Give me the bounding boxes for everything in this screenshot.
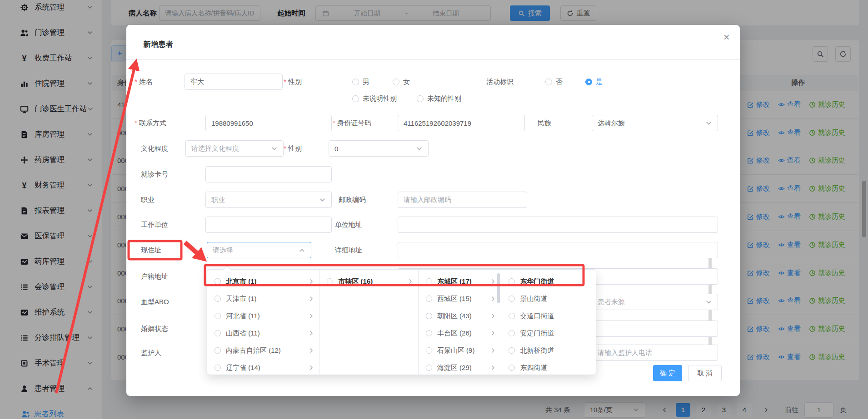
employer-address-input[interactable]: [398, 217, 718, 233]
cascader-province-option[interactable]: 北京市 (1): [207, 273, 319, 290]
option-label: 朝阳区 (43): [437, 312, 490, 320]
chevron-down-icon: [271, 145, 278, 152]
chevron-down-icon: [319, 197, 326, 203]
column-scrollbar[interactable]: [497, 273, 500, 303]
active-yes-radio[interactable]: 是: [585, 74, 603, 90]
education-select[interactable]: 请选择文化程度: [185, 140, 284, 157]
guardian-label: 监护人: [141, 345, 161, 361]
radio-icon: [426, 365, 432, 371]
option-label: 河北省 (11): [226, 312, 308, 320]
idcard-label: 身份证号码: [333, 115, 371, 131]
radio-icon: [215, 365, 221, 371]
cascader-district-option[interactable]: 东城区 (17): [419, 273, 501, 290]
confirm-button[interactable]: 确 定: [653, 365, 682, 381]
gender2-label: 性别: [284, 140, 302, 157]
cascader-district-option[interactable]: 海淀区 (29): [419, 359, 501, 375]
option-label: 辽宁省 (14): [226, 364, 308, 372]
address-cascader-dropdown: 北京市 (1) 天津市 (1) 河北省 (11) 山西省 (11) 内蒙古自治区…: [207, 269, 596, 375]
radio-icon: [509, 313, 515, 319]
option-label: 海淀区 (29): [437, 364, 490, 372]
cascader-district-option[interactable]: 丰台区 (26): [419, 325, 501, 342]
chevron-down-icon: [416, 145, 423, 152]
guardian-phone-input[interactable]: 请输入监护人电话: [592, 345, 718, 361]
chevron-right-icon: [490, 296, 496, 302]
radio-icon: [426, 278, 432, 285]
detail-address-input[interactable]: [398, 242, 718, 258]
cascader-province-option[interactable]: 山西省 (11): [207, 325, 319, 342]
patient-source-select[interactable]: 患者来源: [592, 294, 718, 310]
radio-icon: [327, 278, 333, 285]
radio-icon: [215, 313, 221, 319]
postcode-input[interactable]: 请输入邮政编码: [398, 192, 527, 208]
radio-icon: [426, 347, 432, 354]
cascader-street-option[interactable]: 东华门街道: [501, 273, 596, 290]
gender-label: 性别: [284, 74, 302, 90]
radio-icon: [215, 347, 221, 354]
current-address-cascader[interactable]: 请选择: [207, 242, 311, 258]
name-input[interactable]: 牢大: [185, 74, 283, 90]
education-placeholder: 请选择文化程度: [191, 144, 239, 153]
guardian-phone-placeholder: 请输入监护人电话: [598, 349, 652, 357]
cascader-street-option[interactable]: 景山街道: [501, 290, 596, 307]
contact-value: 19880991650: [211, 119, 253, 127]
cascader-city-column: 市辖区 (16): [319, 270, 418, 375]
education-label: 文化程度: [141, 140, 168, 157]
option-label: 安定门街道: [520, 329, 591, 338]
close-icon[interactable]: ×: [723, 32, 729, 43]
cascader-street-option[interactable]: 东四街道: [501, 359, 596, 375]
radio-icon: [426, 296, 432, 302]
option-label: 山西省 (11): [226, 329, 308, 338]
chevron-right-icon: [308, 330, 314, 336]
contact-input[interactable]: 19880991650: [205, 115, 332, 131]
ethnic-value: 达斡尔族: [598, 119, 625, 128]
patient-source-placeholder: 患者来源: [598, 298, 625, 306]
cascader-street-option[interactable]: 交道口街道: [501, 307, 596, 325]
idcard-input[interactable]: 411625192602039719: [398, 115, 525, 131]
cascader-district-option[interactable]: 朝阳区 (43): [419, 307, 501, 325]
ethnic-select[interactable]: 达斡尔族: [592, 115, 718, 131]
gender-unspecified-radio[interactable]: 未说明性别: [352, 90, 397, 107]
postcode-label: 邮政编码: [339, 192, 366, 208]
cascader-province-option[interactable]: 河北省 (11): [207, 307, 319, 325]
option-label: 石景山区 (9): [437, 346, 490, 355]
option-label: 天津市 (1): [226, 295, 308, 303]
detail-address-label: 详细地址: [335, 242, 362, 258]
active-flag-label: 活动标识: [486, 74, 514, 90]
radio-icon: [352, 95, 359, 102]
gender2-select[interactable]: 0: [329, 140, 429, 157]
gender-unknown-radio[interactable]: 未知的性别: [417, 90, 461, 107]
chevron-right-icon: [490, 347, 496, 354]
gender-male-radio[interactable]: 男: [352, 74, 369, 90]
cascader-district-column: 东城区 (17) 西城区 (15) 朝阳区 (43) 丰台区 (26) 石景山区…: [418, 270, 501, 375]
occupation-select[interactable]: 职业: [205, 192, 332, 208]
chevron-right-icon: [308, 296, 314, 302]
gender2-value: 0: [334, 145, 338, 153]
gender-female-radio[interactable]: 女: [393, 74, 410, 90]
cascader-street-option[interactable]: 安定门街道: [501, 325, 596, 342]
cascader-district-option[interactable]: 石景山区 (9): [419, 342, 501, 359]
radio-icon: [509, 296, 515, 302]
option-label: 东四街道: [520, 364, 591, 372]
chevron-right-icon: [308, 278, 314, 285]
card-number-input[interactable]: [205, 166, 332, 182]
modal-title: 新增患者: [143, 39, 173, 49]
active-no-radio[interactable]: 否: [545, 74, 563, 90]
cascader-city-option[interactable]: 市辖区 (16): [319, 273, 418, 290]
radio-icon: [509, 330, 515, 336]
employer-input[interactable]: [205, 217, 332, 233]
chevron-right-icon: [308, 347, 314, 354]
option-label: 东华门街道: [520, 277, 591, 286]
cascader-province-option[interactable]: 内蒙古自治区 (12): [207, 342, 319, 359]
modal-divider: [126, 59, 740, 60]
option-label: 西城区 (15): [437, 295, 490, 303]
registered-address-label: 户籍地址: [141, 268, 168, 285]
cascader-district-option[interactable]: 西城区 (15): [419, 290, 501, 307]
cascader-province-option[interactable]: 辽宁省 (14): [207, 359, 319, 375]
radio-icon: [352, 79, 359, 85]
cascader-street-column: 东华门街道 景山街道 交道口街道 安定门街道 北新桥街道 东四街道: [501, 270, 596, 375]
cascader-street-option[interactable]: 北新桥街道: [501, 342, 596, 359]
cascader-province-option[interactable]: 天津市 (1): [207, 290, 319, 307]
occupation-label: 职业: [141, 192, 155, 208]
cancel-button[interactable]: 取 消: [688, 365, 722, 381]
radio-icon: [545, 79, 552, 85]
